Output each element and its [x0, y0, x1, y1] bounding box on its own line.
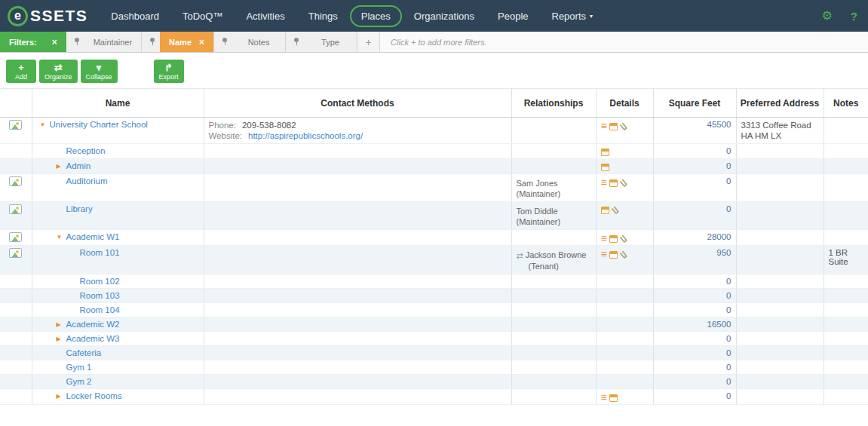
column-header-contact-methods[interactable]: Contact Methods — [204, 89, 511, 118]
add-filter-button[interactable]: + — [357, 32, 380, 52]
filter-tab-body[interactable]: Type — [304, 32, 357, 52]
pin-icon[interactable] — [293, 37, 300, 47]
expand-arrow-icon[interactable]: ▶ — [57, 393, 66, 400]
filter-tab-maintainer[interactable]: Maintainer — [66, 32, 142, 52]
calendar-icon[interactable] — [609, 179, 618, 187]
image-icon[interactable] — [9, 204, 22, 214]
place-link-locker-rooms[interactable]: Locker Rooms — [66, 391, 122, 400]
paperclip-icon[interactable] — [619, 234, 627, 244]
website-link[interactable]: http://aspirepublicschools.org/ — [248, 131, 363, 140]
expand-arrow-icon[interactable]: ▶ — [57, 336, 66, 342]
filter-tab-name[interactable]: Name× — [142, 32, 214, 52]
list-icon[interactable]: ≡ — [601, 179, 607, 187]
image-icon[interactable] — [9, 248, 22, 258]
contact-methods-cell — [204, 144, 511, 159]
image-icon[interactable] — [9, 232, 22, 242]
organize-button[interactable]: ⇄Organize — [39, 60, 78, 83]
contact-methods-cell — [204, 159, 511, 174]
preferred-address-cell — [736, 230, 824, 246]
button-label: Add — [15, 73, 27, 81]
places-table: NameContact MethodsRelationshipsDetailsS… — [0, 88, 868, 405]
place-link-reception[interactable]: Reception — [66, 146, 106, 155]
column-header-preferred-address[interactable]: Preferred Address — [736, 89, 824, 118]
expand-arrow-icon[interactable]: ▶ — [57, 321, 66, 328]
image-icon[interactable] — [9, 120, 22, 130]
nav-item-todoq[interactable]: ToDoQ™ — [171, 5, 234, 27]
preferred-address-cell — [736, 317, 824, 332]
paperclip-icon[interactable] — [619, 250, 627, 259]
details-cell — [596, 202, 653, 230]
add-button[interactable]: +Add — [6, 60, 36, 83]
column-header-name[interactable]: Name — [32, 89, 204, 118]
nav-item-places[interactable]: Places — [350, 5, 402, 27]
filter-tab-body[interactable]: Notes — [232, 32, 285, 52]
paperclip-icon[interactable] — [619, 122, 627, 131]
place-link-gym-2[interactable]: Gym 2 — [66, 377, 92, 386]
calendar-icon[interactable] — [609, 123, 618, 130]
pin-icon[interactable] — [73, 37, 81, 47]
list-icon[interactable]: ≡ — [601, 122, 607, 130]
filters-chip[interactable]: Filters: × — [0, 32, 66, 52]
contact-methods-cell — [204, 274, 511, 289]
notes-cell — [824, 202, 868, 230]
column-header-details[interactable]: Details — [596, 89, 653, 118]
place-link-academic-w1[interactable]: Academic W1 — [66, 232, 120, 241]
thumbnail-cell — [0, 274, 32, 289]
preferred-address-cell — [736, 332, 824, 346]
nav-item-people[interactable]: People — [486, 5, 539, 27]
button-label: Organize — [44, 73, 72, 81]
pin-icon[interactable] — [149, 37, 156, 47]
collapse-button[interactable]: ▾Collapse — [81, 60, 118, 83]
collapse-arrow-icon[interactable]: ▼ — [40, 121, 50, 128]
filter-tab-body[interactable]: Maintainer — [84, 32, 141, 52]
filter-tab-type[interactable]: Type — [286, 32, 357, 52]
filter-tab-notes[interactable]: Notes — [214, 32, 286, 52]
place-link-academic-w2[interactable]: Academic W2 — [66, 320, 120, 329]
place-link-library[interactable]: Library — [66, 204, 93, 213]
close-icon[interactable]: × — [52, 37, 57, 48]
place-link-cafeteria[interactable]: Cafeteria — [66, 348, 102, 357]
place-link-admin[interactable]: Admin — [66, 161, 91, 170]
column-header-square-feet[interactable]: Square Feet — [653, 89, 736, 118]
nav-item-organizations[interactable]: Organizations — [403, 5, 486, 27]
list-icon[interactable]: ≡ — [601, 394, 607, 402]
column-header-relationships[interactable]: Relationships — [511, 89, 596, 118]
calendar-icon[interactable] — [601, 164, 609, 171]
help-icon[interactable]: ? — [851, 10, 857, 23]
calendar-icon[interactable] — [601, 207, 609, 214]
pin-icon[interactable] — [221, 37, 229, 47]
list-icon[interactable]: ≡ — [601, 250, 607, 259]
place-link-auditorium[interactable]: Auditorium — [66, 176, 108, 185]
place-link-gym-1[interactable]: Gym 1 — [66, 363, 92, 372]
column-header-notes[interactable]: Notes — [824, 89, 868, 118]
settings-gear-icon[interactable]: ⚙ — [821, 10, 832, 22]
image-icon[interactable] — [9, 176, 22, 186]
calendar-icon[interactable] — [609, 235, 618, 243]
table-row: AuditoriumSam Jones(Maintainer)≡0 — [0, 174, 868, 202]
brand-logo[interactable]: e SSETS — [8, 6, 87, 26]
calendar-icon[interactable] — [609, 394, 618, 402]
calendar-icon[interactable] — [609, 251, 618, 259]
nav-item-reports[interactable]: Reports▾ — [541, 5, 605, 27]
filter-tab-body[interactable]: Name× — [160, 32, 213, 52]
paperclip-icon[interactable] — [611, 206, 619, 215]
relationships-cell — [511, 346, 596, 360]
place-link-room-104[interactable]: Room 104 — [80, 305, 120, 314]
nav-item-dashboard[interactable]: Dashboard — [100, 5, 170, 27]
nav-item-activities[interactable]: Activities — [235, 5, 296, 27]
paperclip-icon[interactable] — [619, 179, 627, 188]
collapse-arrow-icon[interactable]: ▼ — [57, 234, 66, 241]
table-row: ▼Academic W1≡28000 — [0, 230, 868, 246]
list-icon[interactable]: ≡ — [601, 234, 607, 243]
expand-arrow-icon[interactable]: ▶ — [57, 163, 66, 170]
place-link-university-charter-school[interactable]: University Charter School — [50, 120, 148, 129]
contact-methods-cell — [204, 375, 511, 389]
export-button[interactable]: ↱Export — [154, 60, 184, 83]
nav-item-things[interactable]: Things — [297, 5, 349, 27]
place-link-room-103[interactable]: Room 103 — [80, 291, 120, 300]
place-link-room-102[interactable]: Room 102 — [80, 277, 120, 286]
place-link-room-101[interactable]: Room 101 — [80, 248, 120, 257]
place-link-academic-w3[interactable]: Academic W3 — [66, 334, 120, 343]
calendar-icon[interactable] — [601, 149, 609, 156]
close-icon[interactable]: × — [199, 37, 204, 48]
